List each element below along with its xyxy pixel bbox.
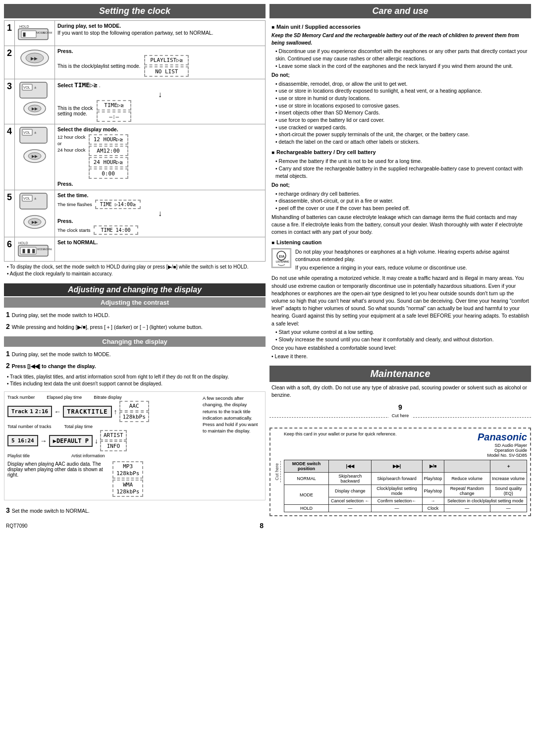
step-1-title: During play, set to MODE. [57,23,263,29]
listening-text-block: Do not play your headphones or earphones… [295,248,529,273]
rechargeable-header: Rechargeable battery / Dry cell battery [271,149,529,156]
do-not-list-1: disassemble, remodel, drop, or allow the… [271,80,529,146]
display-step-1: 1 During play, set the mode switch to MO… [6,349,264,359]
product-type: SD Audio Player [478,443,527,448]
step-3-disp-2: —:— [97,111,131,122]
list-item: detach the label on the card or attach o… [275,138,529,146]
step-3-dot: . [99,82,101,88]
step-5-flash: The time flashes [57,202,92,207]
svg-text:EIA: EIA [279,255,285,258]
quick-ref-keep-text: Keep this card in your wallet or purse f… [284,432,397,436]
svg-text:HOLD: HOLD [19,25,29,28]
step-5-starts: The clock starts [57,227,91,233]
bitrate-label: Bitrate display [94,395,122,400]
track-num-val: 1 [30,408,33,415]
table-row: 5 VOL ± ▶▶ Set the time. The t [4,190,266,237]
step-4-disp-1: 12 HOUR▷≥ [89,134,128,145]
step-4-disp-4: 0:00 [89,168,128,179]
cut-side: Cut here [273,432,281,512]
mode2-col4: Selection in clock/playlist setting mode [444,497,527,505]
step-3-arrow: ↓ [57,90,263,99]
svg-text:VOL: VOL [23,197,30,200]
listening-inner: EIA LISTENING Do not play your headphone… [271,248,529,273]
step-5-img: VOL ± ▶▶ [15,190,55,237]
step-4-img: VOL ± ▶▶ [15,124,55,190]
step-3-content: Select TIME▷≥ . ↓ This is the clock sett… [55,79,266,124]
track-display-main: Track 1 2:16 [7,406,52,417]
hold-col3: Clock [422,505,444,512]
svg-text:NORMAL: NORMAL [44,248,52,251]
total-tracks-val: 5 [11,437,15,444]
step-5-disp-1: TIME ▷14:00≥ [95,200,141,209]
list-item: Slowly increase the sound until you can … [275,336,529,343]
table-row: MODE Display change Clock/playlist setti… [284,485,527,497]
rqt-num: RQT7090 [6,523,27,529]
mode-hold: HOLD [284,505,329,512]
listening-p2: If you experience a ringing in your ears… [295,264,529,271]
adjust-header: Adjusting and changing the display [4,283,266,296]
arrow-up: ↑ [114,408,117,416]
table-row: 4 VOL ± ▶▶ Select the display mode. [4,124,266,190]
quick-ref-table: MODE switch position |◀◀ ▶▶| ▶/■ ＋ NORMA… [284,460,527,512]
step-1-num: 1 [4,21,15,46]
step-3-num: 3 [4,79,15,124]
normal-col2: Skip/search forward [372,473,422,485]
list-item: recharge ordinary dry cell batteries. [275,190,529,198]
mode-col5: Sound quality (EQ) [490,485,527,497]
display-header: Changing the display [4,336,266,347]
display-fn-1: • Track titles, playlist titles, and art… [7,374,263,380]
list-item: Carry and store the rechargeable battery… [275,165,529,179]
list-item: use force to open the battery lid or car… [275,116,529,124]
right-column: Care and use Main unit / Supplied access… [269,4,531,752]
aac-wma-displays: MP3 128kbPs WMA 128kbPs [112,461,143,497]
th-5: ＋ [490,460,527,473]
step-4-label3: 24 hour clock [57,147,86,153]
list-item: Discontinue use if you experience discom… [275,48,529,62]
main-unit-bold-note: Keep the SD Memory Card and the recharge… [271,32,529,47]
step-1-body: If you want to stop the following operat… [57,30,263,36]
th-4 [444,460,490,473]
th-2: ▶▶| [372,460,422,473]
list-item: use or store in humid or dusty locations… [275,95,529,102]
svg-text:▶▶: ▶▶ [32,107,38,111]
aac-rate: 128kbPs [116,470,139,477]
panasonic-logo: Panasonic [478,432,527,443]
step-5-disp-2: TIME 14:00 [94,225,138,235]
total-time-label: Total play time [64,424,93,429]
table-row: 1 HOLD ▐▌ MODE → NORMAL During play, set… [4,21,266,46]
th-3: ▶/■ [422,460,444,473]
care-content: Main unit / Supplied accessories Keep th… [269,20,531,362]
step-6-img: HOLD ▐▌▐▌▐▌ MODE → NORMAL [15,237,55,262]
quick-ref-header: Keep this card in your wallet or purse f… [284,432,527,458]
mode-switch-header: MODE switch position [284,460,329,473]
step-4-disp-3: 24 HOUR▷≥ [89,157,128,167]
mode2-col2: Confirm selection← [372,497,422,505]
list-item: disassemble, short-circuit, or put in a … [275,197,529,205]
step-4-disp-2: AM12:00 [89,146,128,156]
leave-it-there: • Leave it there. [271,353,529,360]
svg-text:±: ± [34,196,37,201]
step-2-body: This is the clock/playlist setting mode. [57,63,140,69]
normal-col1: Skip/search backward [329,473,372,485]
step-6-num: 6 [4,237,15,262]
svg-text:±: ± [34,130,37,135]
normal-col5: Increase volume [490,473,527,485]
listening-header: Listening caution [271,239,529,246]
step-6-title: Set to NORMAL. [57,239,263,245]
mode2-col1: Cancel selection ← [329,497,372,505]
playlist-label: Playlist title [7,453,30,458]
right-page-num: 9 [269,403,531,411]
step-2-display-2: NO LIST [144,66,189,77]
eia-logo: EIA LISTENING [271,248,291,268]
list-item: peel off the cover or use if the cover h… [275,205,529,212]
maintenance-body: Clean with a soft, dry cloth. Do not use… [271,384,529,400]
list-item: use or store in locations exposed to cor… [275,102,529,109]
cut-here-side-label: Cut here [273,461,281,483]
mode-col1: Display change [329,485,372,497]
comfortable-text: Once you have established a comfortable … [271,344,529,352]
left-column: Setting the clock 1 HOLD ▐▌ MODE → NORMA… [4,4,266,752]
table-row: 6 HOLD ▐▌▐▌▐▌ MODE → NORMAL Set to NORMA… [4,237,266,262]
step-4-press: Press. [57,181,263,187]
artist-displays: ARTIST INFO [100,430,127,451]
step-3-body-1: This is the clock [57,106,93,111]
